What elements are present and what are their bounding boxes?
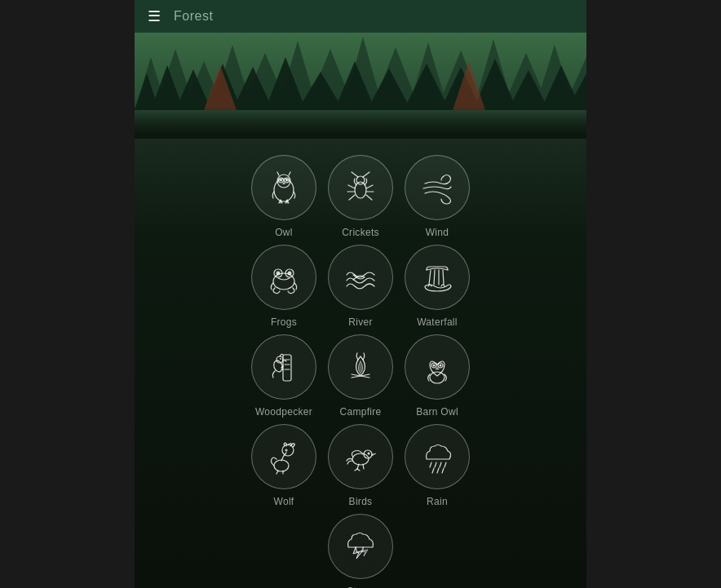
sound-waterfall[interactable]: Waterfall xyxy=(405,245,470,328)
woodpecker-label: Woodpecker xyxy=(255,406,312,418)
svg-point-44 xyxy=(356,176,365,184)
wind-button[interactable] xyxy=(405,155,470,220)
svg-line-82 xyxy=(276,471,278,474)
wolf-icon xyxy=(265,438,303,475)
sound-campfire[interactable]: Campfire xyxy=(328,334,393,418)
storm-icon xyxy=(342,528,379,565)
svg-point-38 xyxy=(280,179,282,182)
wind-icon xyxy=(418,169,456,206)
svg-line-59 xyxy=(434,270,435,285)
waterfall-button[interactable] xyxy=(405,245,470,310)
svg-point-86 xyxy=(368,453,370,455)
svg-line-95 xyxy=(432,468,434,473)
frogs-button[interactable] xyxy=(251,245,316,310)
sound-river[interactable]: River xyxy=(328,245,393,328)
sound-owl[interactable]: Owl xyxy=(251,155,316,238)
wolf-label: Wolf xyxy=(274,496,294,507)
barn-owl-button[interactable] xyxy=(405,334,470,400)
svg-point-56 xyxy=(276,272,281,276)
svg-point-76 xyxy=(433,365,436,367)
svg-line-58 xyxy=(429,270,431,285)
svg-rect-1 xyxy=(135,110,586,139)
campfire-icon xyxy=(342,348,379,386)
svg-point-39 xyxy=(285,179,288,182)
sound-barn-owl[interactable]: Barn Owl xyxy=(405,334,470,418)
crickets-button[interactable] xyxy=(328,155,393,220)
birds-label: Birds xyxy=(349,496,373,507)
svg-line-41 xyxy=(277,172,279,175)
svg-point-79 xyxy=(274,460,289,471)
svg-point-53 xyxy=(273,273,294,290)
crickets-icon xyxy=(342,169,379,206)
svg-point-69 xyxy=(280,358,281,360)
barn-owl-icon xyxy=(418,348,456,386)
svg-line-47 xyxy=(348,185,355,188)
content-area: Owl xyxy=(135,139,586,588)
sound-wolf[interactable]: Wolf xyxy=(251,424,316,507)
waterfall-label: Waterfall xyxy=(417,316,458,328)
svg-line-42 xyxy=(289,172,290,175)
svg-point-77 xyxy=(440,365,442,367)
campfire-button[interactable] xyxy=(328,334,393,400)
svg-line-45 xyxy=(352,172,358,177)
sound-crickets[interactable]: Crickets xyxy=(328,155,393,238)
wind-label: Wind xyxy=(426,227,449,238)
svg-point-78 xyxy=(430,372,445,383)
svg-line-90 xyxy=(357,469,360,471)
campfire-label: Campfire xyxy=(339,406,381,418)
crickets-label: Crickets xyxy=(342,227,379,238)
svg-line-91 xyxy=(430,462,431,467)
header: ☰ Forest xyxy=(135,0,586,33)
forest-illustration xyxy=(135,33,586,139)
woodpecker-button[interactable] xyxy=(251,334,316,400)
rain-icon xyxy=(418,438,456,475)
row-3: Woodpecker xyxy=(251,334,470,418)
svg-point-57 xyxy=(288,272,292,276)
river-icon xyxy=(342,259,379,296)
svg-line-93 xyxy=(440,462,441,467)
row-5: Storm xyxy=(328,514,393,588)
svg-point-80 xyxy=(282,444,294,456)
row-2: Frogs River xyxy=(251,245,470,328)
storm-button[interactable] xyxy=(328,514,393,579)
waterfall-icon xyxy=(418,259,456,296)
app-container: ☰ Forest xyxy=(135,0,586,588)
sound-frogs[interactable]: Frogs xyxy=(251,245,316,328)
sound-birds[interactable]: Birds xyxy=(328,424,393,507)
svg-line-96 xyxy=(437,468,439,473)
menu-icon[interactable]: ☰ xyxy=(148,7,161,25)
birds-button[interactable] xyxy=(328,424,393,489)
barn-owl-label: Barn Owl xyxy=(416,406,458,418)
row-1: Owl xyxy=(251,155,470,238)
sound-storm[interactable]: Storm xyxy=(328,514,393,588)
sound-wind[interactable]: Wind xyxy=(405,155,470,238)
hero-image xyxy=(135,33,586,139)
svg-line-92 xyxy=(435,462,436,467)
svg-point-84 xyxy=(352,453,369,465)
svg-line-49 xyxy=(349,195,355,200)
rain-label: Rain xyxy=(427,496,448,507)
river-label: River xyxy=(348,316,373,328)
svg-line-46 xyxy=(363,172,369,177)
owl-label: Owl xyxy=(275,227,293,238)
svg-line-52 xyxy=(366,195,372,200)
sound-rain[interactable]: Rain xyxy=(405,424,470,507)
svg-line-61 xyxy=(443,270,444,285)
frogs-icon xyxy=(265,259,303,296)
birds-icon xyxy=(342,438,379,475)
sound-woodpecker[interactable]: Woodpecker xyxy=(251,334,316,418)
river-button[interactable] xyxy=(328,245,393,310)
wolf-button[interactable] xyxy=(251,424,316,489)
svg-point-81 xyxy=(285,449,288,452)
svg-line-50 xyxy=(366,185,373,188)
svg-point-35 xyxy=(277,175,290,188)
app-title: Forest xyxy=(174,9,213,24)
rain-button[interactable] xyxy=(405,424,470,489)
svg-rect-62 xyxy=(283,355,291,381)
frogs-label: Frogs xyxy=(271,316,297,328)
owl-icon xyxy=(265,169,303,206)
woodpecker-icon xyxy=(265,348,303,386)
svg-line-94 xyxy=(445,462,446,467)
row-4: Wolf xyxy=(251,424,470,507)
owl-button[interactable] xyxy=(251,155,316,220)
